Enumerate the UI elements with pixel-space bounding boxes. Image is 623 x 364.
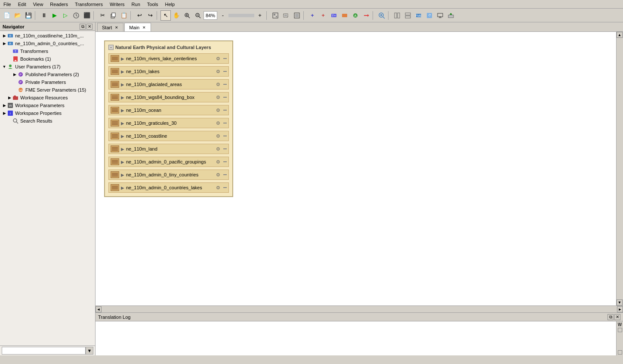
canvas[interactable]: - Natural Earth Physical and Cultural La… xyxy=(96,32,616,305)
ft-gear-0[interactable]: ⚙ xyxy=(215,55,222,62)
ft-gear-8[interactable]: ⚙ xyxy=(215,158,222,165)
ft-row-2[interactable]: ▶ ne_110m_glaciated_areas ⚙ xyxy=(108,79,229,89)
nav-item-user-params[interactable]: ▼ User Parameters (17) xyxy=(0,63,95,71)
vscroll-down-button[interactable]: ▼ xyxy=(617,299,623,305)
nav-item-fme-server-params[interactable]: ▶ FME FME Server Parameters (15) xyxy=(0,86,95,94)
collapse-group-button[interactable]: - xyxy=(108,45,114,50)
ft-play-icon-6: ▶ xyxy=(121,134,124,139)
menu-transformers[interactable]: Transformers xyxy=(71,1,106,8)
upload-button[interactable] xyxy=(446,10,456,21)
paste-button[interactable]: 📋 xyxy=(119,10,129,21)
redo-button[interactable]: ↪ xyxy=(145,10,155,21)
zoom-out-button[interactable] xyxy=(193,10,203,21)
split-v-button[interactable] xyxy=(403,10,413,21)
zoom-slider[interactable] xyxy=(228,14,254,17)
ft-row-0[interactable]: ▶ ne_110m_rivers_lake_centerlines ⚙ xyxy=(108,53,229,64)
menu-writers[interactable]: Writers xyxy=(106,1,128,8)
tab-main[interactable]: Main ✕ xyxy=(124,23,151,31)
menu-tools[interactable]: Tools xyxy=(144,1,162,8)
ft-row-1[interactable]: ▶ ne_110m_lakes ⚙ xyxy=(108,66,229,77)
add-transformer-button[interactable]: T+ xyxy=(329,10,339,21)
deploy-button[interactable]: FME xyxy=(413,10,424,21)
nav-item-coastline[interactable]: ▶ R ne_110m_coastline/ne_110m_... xyxy=(0,32,95,40)
schedule-button[interactable]: ⏱ xyxy=(424,10,435,21)
feature-type-button[interactable] xyxy=(339,10,350,21)
log-expand-button[interactable]: ⧉ xyxy=(608,314,614,320)
pan-tool-button[interactable]: ✋ xyxy=(171,10,182,21)
ft-gear-4[interactable]: ⚙ xyxy=(215,107,222,114)
attr-button[interactable]: A xyxy=(350,10,361,21)
select-tool-button[interactable]: ↖ xyxy=(160,10,171,21)
hscroll-left-button[interactable]: ◄ xyxy=(96,306,102,312)
tab-start[interactable]: Start ✕ xyxy=(97,23,123,31)
navigator-search-button[interactable]: ▼ xyxy=(86,347,93,355)
tab-main-close[interactable]: ✕ xyxy=(142,25,146,30)
nav-item-ws-resources[interactable]: ▶ Workspace Resources xyxy=(0,94,95,102)
log-scroll-down[interactable] xyxy=(618,350,622,355)
ft-row-6[interactable]: ▶ ne_110m_coastline ⚙ xyxy=(108,131,229,141)
ft-gear-9[interactable]: ⚙ xyxy=(215,171,222,178)
run-partial-button[interactable]: ▷ xyxy=(60,10,71,21)
ft-row-9[interactable]: ▶ ne_110m_admin_0_tiny_countries ⚙ xyxy=(108,170,229,180)
menu-readers[interactable]: Readers xyxy=(46,1,71,8)
nav-item-transformers[interactable]: ▶ T Transformers xyxy=(0,47,95,55)
nav-item-ws-props[interactable]: ▶ i Workspace Properties xyxy=(0,109,95,117)
ft-gear-10[interactable]: ⚙ xyxy=(215,184,222,191)
log-close-button[interactable]: ✕ xyxy=(614,314,620,320)
menu-run[interactable]: Run xyxy=(128,1,144,8)
nav-item-ws-params[interactable]: ▶ W Workspace Parameters xyxy=(0,102,95,109)
hscroll-right-button[interactable]: ► xyxy=(617,306,623,312)
ft-row-8[interactable]: ▶ ne_110m_admin_0_pacific_groupings ⚙ xyxy=(108,157,229,167)
vscroll-up-button[interactable]: ▲ xyxy=(617,32,623,38)
copy-button[interactable] xyxy=(108,10,118,21)
pc-button[interactable] xyxy=(435,10,445,21)
ft-row-10[interactable]: ▶ ne_110m_admin_0_countries_lakes ⚙ xyxy=(108,182,229,193)
nav-item-admin0[interactable]: ▶ R ne_110m_admin_0_countries_... xyxy=(0,40,95,47)
menu-view[interactable]: View xyxy=(30,1,47,8)
inspect-button[interactable] xyxy=(376,10,387,21)
menu-help[interactable]: Help xyxy=(161,1,178,8)
menu-file[interactable]: File xyxy=(0,1,15,8)
ft-row-3[interactable]: ▶ ne_110m_wgs84_bounding_box ⚙ xyxy=(108,92,229,102)
save-button[interactable]: 💾 xyxy=(23,10,34,21)
ft-gear-6[interactable]: ⚙ xyxy=(215,133,222,139)
add-writer-button[interactable]: + xyxy=(318,10,328,21)
new-button[interactable]: 📄 xyxy=(2,10,12,21)
zoom-plus-button[interactable]: + xyxy=(255,10,265,21)
open-button[interactable]: 📂 xyxy=(12,10,23,21)
nav-item-bookmarks[interactable]: ▶ Bookmarks (1) xyxy=(0,55,95,63)
zoom-100-button[interactable] xyxy=(292,10,302,21)
menu-edit[interactable]: Edit xyxy=(15,1,30,8)
zoom-fit-all-button[interactable] xyxy=(270,10,281,21)
add-reader-button[interactable]: + xyxy=(307,10,318,21)
run-button[interactable]: ▶ xyxy=(49,10,60,21)
navigator-search-input[interactable] xyxy=(2,347,86,355)
ft-gear-2[interactable]: ⚙ xyxy=(215,81,222,88)
canvas-hscrollbar[interactable]: ◄ ► xyxy=(96,305,623,312)
navigator-restore-button[interactable]: ⧉ xyxy=(80,24,86,30)
zoom-fit-sel-button[interactable] xyxy=(281,10,291,21)
zoom-in-button[interactable] xyxy=(182,10,192,21)
split-h-button[interactable] xyxy=(392,10,402,21)
ft-gear-7[interactable]: ⚙ xyxy=(215,145,222,152)
nav-item-published-params[interactable]: ▶ P Published Parameters (2) xyxy=(0,71,95,78)
ft-row-5[interactable]: ▶ ne_110m_graticules_30 ⚙ xyxy=(108,118,229,128)
ft-row-7[interactable]: ▶ ne_110m_land ⚙ xyxy=(108,144,229,154)
ft-gear-1[interactable]: ⚙ xyxy=(215,68,222,75)
connect-button[interactable] xyxy=(361,10,371,21)
nav-item-private-params[interactable]: ▶ P Private Parameters xyxy=(0,78,95,86)
ft-gear-3[interactable]: ⚙ xyxy=(215,94,222,101)
pause-button[interactable]: ⏸ xyxy=(39,10,49,21)
tab-start-close[interactable]: ✕ xyxy=(114,25,119,30)
feature-cache-button[interactable] xyxy=(71,10,81,21)
cut-button[interactable]: ✂ xyxy=(97,10,108,21)
log-scroll-up[interactable] xyxy=(618,328,622,332)
nav-item-search-results[interactable]: ▶ Search Results xyxy=(0,117,95,125)
ft-row-4[interactable]: ▶ ne_110m_ocean ⚙ xyxy=(108,105,229,115)
undo-button[interactable]: ↩ xyxy=(134,10,145,21)
canvas-vscrollbar[interactable]: ▲ ▼ xyxy=(616,32,623,305)
zoom-minus-button[interactable]: - xyxy=(218,10,228,21)
ft-gear-5[interactable]: ⚙ xyxy=(215,120,222,126)
stop-button[interactable]: ⬛ xyxy=(82,10,92,21)
navigator-close-button[interactable]: ✕ xyxy=(86,24,93,30)
